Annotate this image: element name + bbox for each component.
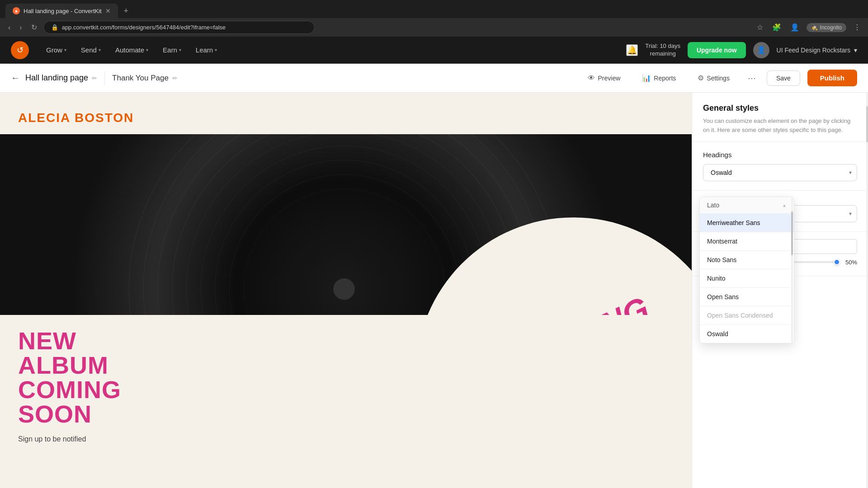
toolbar-divider bbox=[104, 71, 105, 85]
menu-dots-icon[interactable]: ⋮ bbox=[852, 21, 863, 33]
extensions-icon[interactable]: 🧩 bbox=[770, 21, 783, 33]
settings-label: Settings bbox=[707, 75, 730, 82]
address-bar[interactable]: 🔒 app.convertkit.com/forms/designers/564… bbox=[43, 21, 315, 34]
reports-button[interactable]: 📊 Reports bbox=[635, 70, 683, 86]
dropdown-opensans-label: Open Sans bbox=[707, 293, 739, 300]
slider-thumb[interactable] bbox=[834, 259, 840, 265]
nav-learn-label: Learn bbox=[196, 46, 213, 54]
dropdown-scroll-up-icon: ▲ bbox=[782, 203, 787, 208]
page-title-edit-icon[interactable]: ✏ bbox=[92, 75, 97, 82]
dropdown-lato-label: Lato bbox=[707, 202, 719, 209]
landing-page: ALECIA BOSTON bbox=[0, 93, 692, 488]
right-panel: General styles You can customize each el… bbox=[692, 93, 868, 488]
main-content: ALECIA BOSTON bbox=[0, 93, 868, 488]
tab-title: Hall landing page - ConvertKit bbox=[24, 8, 102, 14]
settings-button[interactable]: ⚙ Settings bbox=[690, 70, 737, 86]
app-logo[interactable]: ↺ bbox=[11, 41, 29, 59]
tab-close-btn[interactable]: ✕ bbox=[105, 7, 111, 14]
vinyl-image-section: STRONG CALL bbox=[0, 134, 692, 315]
nav-earn-label: Earn bbox=[163, 46, 177, 54]
artist-name: ALECIA BOSTON bbox=[0, 93, 692, 134]
save-button[interactable]: Save bbox=[767, 70, 800, 86]
settings-icon: ⚙ bbox=[698, 74, 704, 82]
preview-button[interactable]: 👁 Preview bbox=[580, 70, 627, 86]
publish-button[interactable]: Publish bbox=[807, 70, 857, 86]
app-navbar: ↺ Grow ▾ Send ▾ Automate ▾ Earn ▾ Learn … bbox=[0, 37, 868, 64]
nav-learn[interactable]: Learn ▾ bbox=[189, 42, 223, 57]
avatar[interactable]: 👤 bbox=[753, 42, 769, 58]
headings-font-wrapper: Oswald ▾ bbox=[703, 164, 857, 181]
tab-favicon: ● bbox=[13, 7, 20, 14]
dropdown-montserrat-item[interactable]: Montserrat bbox=[700, 232, 794, 251]
dropdown-oswald-item[interactable]: Oswald bbox=[700, 325, 794, 343]
reload-button[interactable]: ↻ bbox=[28, 21, 40, 33]
trial-line1: Trial: 10 days bbox=[645, 42, 680, 50]
nav-send-label: Send bbox=[81, 46, 97, 54]
upgrade-button[interactable]: Upgrade now bbox=[688, 42, 746, 58]
incognito-icon: 🕵 bbox=[811, 24, 818, 31]
user-menu-chevron: ▾ bbox=[854, 47, 857, 54]
lp-text-section: NEW ALBUM COMING SOON Sign up to be noti… bbox=[0, 315, 692, 457]
dropdown-merriweather-label: Merriweather Sans bbox=[707, 219, 760, 226]
dropdown-nunito-item[interactable]: Nunito bbox=[700, 269, 794, 288]
canvas-area[interactable]: ALECIA BOSTON bbox=[0, 93, 692, 488]
nav-send[interactable]: Send ▾ bbox=[75, 42, 107, 57]
headings-section: Headings Oswald ▾ bbox=[692, 142, 868, 191]
bookmark-icon[interactable]: ☆ bbox=[755, 21, 765, 33]
panel-description: You can customize each element on the pa… bbox=[703, 117, 857, 134]
nav-automate[interactable]: Automate ▾ bbox=[109, 42, 155, 57]
incognito-label: Incognito bbox=[820, 24, 842, 31]
toolbar-actions: 👁 Preview 📊 Reports ⚙ Settings ⋯ Save Pu… bbox=[580, 70, 857, 86]
dropdown-nunito-label: Nunito bbox=[707, 275, 725, 282]
address-bar-row: ‹ › ↻ 🔒 app.convertkit.com/forms/designe… bbox=[0, 18, 868, 37]
back-button[interactable]: ← bbox=[11, 73, 20, 83]
sub-page-title: Thank You Page bbox=[112, 74, 169, 83]
reports-icon: 📊 bbox=[642, 74, 651, 82]
nav-grow[interactable]: Grow ▾ bbox=[40, 42, 73, 57]
panel-scrollbar[interactable] bbox=[866, 93, 868, 488]
dropdown-montserrat-label: Montserrat bbox=[707, 238, 737, 245]
svg-point-14 bbox=[333, 278, 355, 300]
font-dropdown: Lato ▲ Merriweather Sans Montserrat Noto… bbox=[699, 197, 794, 343]
incognito-badge: 🕵 Incognito bbox=[807, 23, 846, 32]
lp-subtext: Sign up to be notified bbox=[18, 435, 674, 443]
url-text: app.convertkit.com/forms/designers/56474… bbox=[62, 24, 226, 31]
forward-nav-button[interactable]: › bbox=[17, 22, 24, 33]
logo-icon: ↺ bbox=[17, 45, 24, 55]
nav-send-chevron: ▾ bbox=[99, 47, 101, 52]
back-nav-button[interactable]: ‹ bbox=[5, 22, 13, 33]
preview-icon: 👁 bbox=[588, 74, 595, 82]
page-toolbar: ← Hall landing page ✏ Thank You Page ✏ 👁… bbox=[0, 64, 868, 93]
browser-chrome: ● Hall landing page - ConvertKit ✕ + ‹ ›… bbox=[0, 0, 868, 37]
headings-font-select[interactable]: Oswald bbox=[703, 164, 857, 181]
transparency-value: 50% bbox=[843, 259, 857, 266]
tab-bar: ● Hall landing page - ConvertKit ✕ + bbox=[0, 0, 868, 18]
profile-icon[interactable]: 👤 bbox=[788, 21, 801, 33]
sub-page-edit-icon[interactable]: ✏ bbox=[172, 75, 178, 82]
dropdown-scrollbar-track bbox=[791, 197, 793, 343]
dropdown-oswald-label: Oswald bbox=[707, 330, 728, 338]
headline-coming: COMING bbox=[18, 377, 674, 402]
dropdown-opensans-item[interactable]: Open Sans bbox=[700, 288, 794, 306]
nav-grow-chevron: ▾ bbox=[64, 47, 66, 52]
dropdown-lato-item[interactable]: Lato ▲ bbox=[700, 197, 794, 214]
active-tab[interactable]: ● Hall landing page - ConvertKit ✕ bbox=[5, 4, 118, 18]
browser-actions: ☆ 🧩 👤 🕵 Incognito ⋮ bbox=[755, 21, 863, 33]
nav-earn[interactable]: Earn ▾ bbox=[156, 42, 188, 57]
panel-title: General styles bbox=[703, 103, 857, 113]
panel-header: General styles You can customize each el… bbox=[692, 93, 868, 142]
notification-bell-icon[interactable]: 🔔 bbox=[626, 44, 638, 56]
new-tab-button[interactable]: + bbox=[120, 5, 132, 17]
trial-info: Trial: 10 days remaining bbox=[645, 42, 680, 58]
headings-label: Headings bbox=[703, 151, 857, 159]
user-menu[interactable]: UI Feed Design Rockstars ▾ bbox=[777, 47, 857, 54]
dropdown-opensans-condensed-item[interactable]: Open Sans Condensed bbox=[700, 306, 794, 325]
nav-learn-chevron: ▾ bbox=[215, 47, 217, 52]
headline-new: NEW bbox=[18, 328, 674, 353]
dropdown-merriweather-item[interactable]: Merriweather Sans bbox=[700, 214, 794, 232]
dropdown-noto-item[interactable]: Noto Sans bbox=[700, 251, 794, 269]
dropdown-scroll-thumb bbox=[791, 211, 793, 255]
more-options-icon[interactable]: ⋯ bbox=[744, 71, 760, 85]
headline-album: ALBUM bbox=[18, 353, 674, 377]
user-name: UI Feed Design Rockstars bbox=[777, 47, 850, 54]
